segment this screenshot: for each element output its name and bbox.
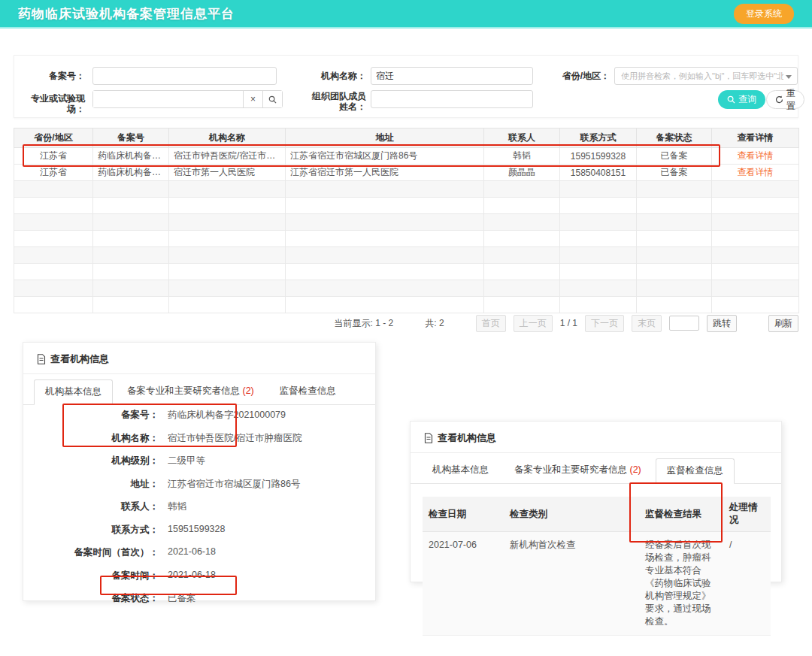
col-province[interactable]: 省份/地区 — [14, 128, 93, 148]
field-value: 2021-06-18 — [168, 570, 216, 580]
field-row: 备案时间（首次）：2021-06-18 — [23, 546, 375, 559]
cell-inspect-result: 经备案后首次现场检查，肿瘤科专业基本符合《药物临床试验机构管理规定》要求，通过现… — [639, 532, 723, 636]
pagination-total: 共: 2 — [425, 317, 444, 330]
tab-label: 监督检查信息 — [280, 385, 336, 396]
tab-count-badge: (2) — [242, 385, 253, 396]
page-indicator: 1 / 1 — [560, 318, 577, 328]
profession-input[interactable] — [93, 91, 243, 107]
empty-row — [14, 181, 799, 198]
clear-icon[interactable]: × — [243, 91, 262, 107]
empty-row — [14, 214, 799, 231]
search-panel: 备案号： 机构名称： 省份/地区： 使用拼音检索，例如输入"bj"，回车即选中"… — [14, 55, 798, 118]
results-table: 省份/地区 备案号 机构名称 地址 联系人 联系方式 备案状态 查看详情 江苏省… — [14, 128, 799, 313]
chevron-down-icon — [786, 75, 792, 79]
col-phone[interactable]: 联系方式 — [560, 128, 637, 148]
basic-info-fields: 备案号：药临床机构备字2021000079 机构名称：宿迁市钟吾医院/宿迁市肿瘤… — [23, 409, 375, 615]
empty-row — [14, 264, 799, 280]
reset-button[interactable]: 重置 — [766, 90, 804, 109]
cell-org: 宿迁市钟吾医院/宿迁市肿瘤医院 — [169, 148, 286, 165]
cell-status: 已备案 — [637, 165, 712, 181]
tab-profession-researchers[interactable]: 备案专业和主要研究者信息 (2) — [116, 379, 265, 404]
cell-contact: 颜晶晶 — [484, 165, 560, 181]
cell-address: 江苏省宿迁市第一人民医院 — [286, 165, 484, 181]
empty-row — [14, 247, 799, 264]
query-button[interactable]: 查询 — [718, 90, 765, 109]
page-root: 药物临床试验机构备案管理信息平台 登录系统 备案号： 机构名称： 省份/地区： … — [0, 0, 812, 656]
pagination-bar: 当前显示: 1 - 2 共: 2 首页 上一页 1 / 1 下一页 末页 跳转 … — [14, 314, 798, 332]
next-page-button[interactable]: 下一页 — [585, 315, 624, 332]
field-label: 地址： — [23, 478, 159, 491]
cell-address: 江苏省宿迁市宿城区厦门路86号 — [286, 148, 484, 165]
org-info-panel-left: 查看机构信息 机构基本信息 备案专业和主要研究者信息 (2) 监督检查信息 备案… — [23, 342, 376, 601]
search-icon[interactable] — [262, 91, 282, 107]
refresh-button[interactable]: 刷新 — [768, 315, 798, 332]
table-row[interactable]: 江苏省 药临床机构备字20210... 宿迁市钟吾医院/宿迁市肿瘤医院 江苏省宿… — [14, 148, 799, 165]
panel-title: 查看机构信息 — [411, 422, 781, 452]
jump-page-input[interactable] — [669, 316, 699, 331]
reset-button-label: 重置 — [786, 87, 795, 113]
login-button[interactable]: 登录系统 — [734, 4, 794, 24]
table-row[interactable]: 江苏省 药临床机构备字20210... 宿迁市第一人民医院 江苏省宿迁市第一人民… — [14, 165, 799, 181]
prev-page-button[interactable]: 上一页 — [514, 315, 553, 332]
field-label: 备案状态： — [23, 592, 159, 605]
tab-supervision-info[interactable]: 监督检查信息 — [656, 458, 735, 484]
cell-org: 宿迁市第一人民医院 — [169, 165, 286, 181]
last-page-button[interactable]: 末页 — [632, 315, 662, 332]
tab-count-badge: (2) — [629, 464, 641, 475]
org-name-input[interactable] — [371, 67, 533, 85]
cell-phone: 15951599328 — [560, 148, 637, 165]
inspection-header-row: 检查日期 检查类别 监督检查结果 处理情况 — [423, 497, 771, 532]
field-label: 备案时间（首次）： — [23, 546, 159, 559]
field-row: 备案状态：已备案 — [23, 592, 375, 605]
col-address[interactable]: 地址 — [286, 128, 484, 148]
tab-supervision-info[interactable]: 监督检查信息 — [268, 379, 347, 404]
col-detail[interactable]: 查看详情 — [712, 128, 799, 148]
col-record-no[interactable]: 备案号 — [93, 128, 169, 148]
col-inspect-result: 监督检查结果 — [639, 497, 723, 532]
inspection-row[interactable]: 2021-07-06 新机构首次检查 经备案后首次现场检查，肿瘤科专业基本符合《… — [423, 532, 771, 636]
jump-button[interactable]: 跳转 — [707, 315, 737, 332]
col-contact[interactable]: 联系人 — [484, 128, 560, 148]
province-placeholder: 使用拼音检索，例如输入"bj"，回车即选中"北京" — [621, 71, 783, 82]
col-status[interactable]: 备案状态 — [637, 128, 712, 148]
pagination-display: 当前显示: 1 - 2 — [335, 317, 394, 330]
province-select[interactable]: 使用拼音检索，例如输入"bj"，回车即选中"北京" — [614, 67, 798, 85]
col-inspect-date: 检查日期 — [423, 497, 504, 532]
field-value: 宿迁市钟吾医院/宿迁市肿瘤医院 — [168, 432, 301, 445]
field-value: 二级甲等 — [168, 455, 205, 467]
tab-label: 监督检查信息 — [667, 465, 723, 476]
view-detail-link[interactable]: 查看详情 — [738, 167, 774, 177]
field-label: 机构名称： — [23, 432, 159, 445]
cell-contact: 韩韬 — [484, 148, 560, 165]
empty-row — [14, 198, 799, 214]
field-value: 药临床机构备字2021000079 — [168, 409, 286, 422]
cell-record-no: 药临床机构备字20210... — [93, 148, 169, 165]
first-page-button[interactable]: 首页 — [476, 315, 506, 332]
cell-status: 已备案 — [637, 148, 712, 165]
app-header: 药物临床试验机构备案管理信息平台 登录系统 — [0, 0, 812, 29]
view-detail-link[interactable]: 查看详情 — [738, 150, 774, 161]
search-icon — [727, 95, 735, 104]
team-member-input[interactable] — [371, 90, 533, 108]
empty-row — [423, 636, 771, 656]
field-label: 备案时间： — [23, 570, 159, 582]
panel-title: 查看机构信息 — [23, 343, 375, 373]
tab-basic-info[interactable]: 机构基本信息 — [34, 379, 113, 405]
tab-basic-info[interactable]: 机构基本信息 — [421, 458, 500, 483]
app-title: 药物临床试验机构备案管理信息平台 — [18, 5, 235, 23]
field-value: 江苏省宿迁市宿城区厦门路86号 — [168, 478, 300, 491]
profession-label: 专业或试验现场： — [14, 93, 85, 114]
tab-label: 备案专业和主要研究者信息 — [127, 385, 240, 396]
field-label: 联系方式： — [23, 524, 159, 537]
document-icon — [37, 354, 46, 364]
tab-profession-researchers[interactable]: 备案专业和主要研究者信息 (2) — [503, 458, 653, 483]
field-value: 韩韬 — [168, 500, 186, 513]
col-org-name[interactable]: 机构名称 — [169, 128, 286, 148]
tab-label: 机构基本信息 — [45, 386, 102, 397]
field-row: 联系方式：15951599328 — [23, 524, 375, 537]
inspection-table: 检查日期 检查类别 监督检查结果 处理情况 2021-07-06 新机构首次检查… — [423, 497, 771, 656]
empty-row — [14, 297, 799, 313]
field-row: 备案时间：2021-06-18 — [23, 570, 375, 582]
field-value: 已备案 — [168, 592, 196, 605]
record-no-input[interactable] — [92, 67, 277, 85]
